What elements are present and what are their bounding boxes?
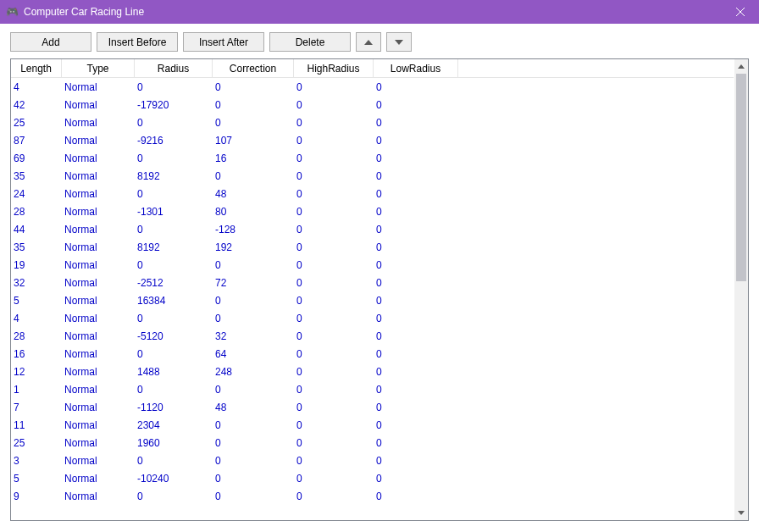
add-button[interactable]: Add: [10, 32, 91, 52]
cell-highRadius[interactable]: 0: [294, 238, 374, 256]
table-row[interactable]: 4Normal0000: [11, 309, 734, 327]
cell-highRadius[interactable]: 0: [294, 452, 374, 469]
cell-lowRadius[interactable]: 0: [374, 398, 458, 416]
table-row[interactable]: 69Normal01600: [11, 149, 734, 167]
cell-radius[interactable]: 0: [135, 149, 213, 167]
cell-correction[interactable]: 32: [213, 327, 294, 345]
cell-highRadius[interactable]: 0: [294, 469, 374, 487]
cell-radius[interactable]: 1960: [135, 434, 213, 452]
data-grid[interactable]: Length Type Radius Correction HighRadius…: [10, 58, 749, 521]
cell-lowRadius[interactable]: 0: [374, 327, 458, 345]
cell-correction[interactable]: 0: [213, 469, 294, 487]
move-down-button[interactable]: [386, 32, 412, 52]
cell-radius[interactable]: 0: [135, 345, 213, 363]
cell-lowRadius[interactable]: 0: [374, 78, 458, 96]
cell-highRadius[interactable]: 0: [294, 185, 374, 202]
cell-lowRadius[interactable]: 0: [374, 167, 458, 185]
cell-correction[interactable]: 0: [213, 96, 294, 114]
cell-correction[interactable]: 16: [213, 149, 294, 167]
cell-highRadius[interactable]: 0: [294, 398, 374, 416]
cell-correction[interactable]: 0: [213, 78, 294, 96]
cell-highRadius[interactable]: 0: [294, 220, 374, 238]
cell-radius[interactable]: 16384: [135, 291, 213, 309]
cell-lowRadius[interactable]: 0: [374, 452, 458, 469]
cell-radius[interactable]: -5120: [135, 327, 213, 345]
cell-length[interactable]: 1: [11, 380, 62, 398]
cell-length[interactable]: 87: [11, 131, 62, 149]
cell-radius[interactable]: 0: [135, 185, 213, 202]
table-row[interactable]: 5Normal-10240000: [11, 469, 734, 487]
scroll-track[interactable]: [734, 74, 748, 506]
cell-lowRadius[interactable]: 0: [374, 220, 458, 238]
cell-highRadius[interactable]: 0: [294, 96, 374, 114]
cell-radius[interactable]: 8192: [135, 167, 213, 185]
cell-highRadius[interactable]: 0: [294, 327, 374, 345]
cell-correction[interactable]: 48: [213, 398, 294, 416]
cell-type[interactable]: Normal: [62, 380, 135, 398]
cell-radius[interactable]: -9216: [135, 131, 213, 149]
cell-type[interactable]: Normal: [62, 78, 135, 96]
vertical-scrollbar[interactable]: [734, 59, 748, 520]
cell-highRadius[interactable]: 0: [294, 416, 374, 434]
cell-type[interactable]: Normal: [62, 363, 135, 380]
table-row[interactable]: 35Normal8192000: [11, 167, 734, 185]
table-row[interactable]: 44Normal0-12800: [11, 220, 734, 238]
cell-highRadius[interactable]: 0: [294, 309, 374, 327]
cell-radius[interactable]: 0: [135, 452, 213, 469]
cell-correction[interactable]: 0: [213, 434, 294, 452]
cell-correction[interactable]: 0: [213, 167, 294, 185]
cell-radius[interactable]: -17920: [135, 96, 213, 114]
table-row[interactable]: 87Normal-921610700: [11, 131, 734, 149]
cell-correction[interactable]: 0: [213, 256, 294, 274]
cell-highRadius[interactable]: 0: [294, 131, 374, 149]
cell-length[interactable]: 35: [11, 238, 62, 256]
cell-length[interactable]: 24: [11, 185, 62, 202]
cell-highRadius[interactable]: 0: [294, 167, 374, 185]
cell-lowRadius[interactable]: 0: [374, 131, 458, 149]
cell-type[interactable]: Normal: [62, 398, 135, 416]
cell-correction[interactable]: 192: [213, 238, 294, 256]
cell-type[interactable]: Normal: [62, 327, 135, 345]
cell-type[interactable]: Normal: [62, 434, 135, 452]
cell-lowRadius[interactable]: 0: [374, 363, 458, 380]
cell-type[interactable]: Normal: [62, 416, 135, 434]
cell-lowRadius[interactable]: 0: [374, 238, 458, 256]
scroll-down-arrow[interactable]: [734, 506, 748, 520]
cell-lowRadius[interactable]: 0: [374, 149, 458, 167]
cell-correction[interactable]: 64: [213, 345, 294, 363]
cell-highRadius[interactable]: 0: [294, 274, 374, 291]
cell-type[interactable]: Normal: [62, 185, 135, 202]
cell-length[interactable]: 4: [11, 309, 62, 327]
cell-lowRadius[interactable]: 0: [374, 309, 458, 327]
cell-correction[interactable]: -128: [213, 220, 294, 238]
cell-type[interactable]: Normal: [62, 238, 135, 256]
cell-lowRadius[interactable]: 0: [374, 380, 458, 398]
scroll-thumb[interactable]: [736, 74, 746, 281]
table-row[interactable]: 28Normal-13018000: [11, 202, 734, 220]
insert-before-button[interactable]: Insert Before: [97, 32, 178, 52]
cell-type[interactable]: Normal: [62, 452, 135, 469]
cell-type[interactable]: Normal: [62, 96, 135, 114]
cell-type[interactable]: Normal: [62, 131, 135, 149]
move-up-button[interactable]: [356, 32, 381, 52]
table-row[interactable]: 11Normal2304000: [11, 416, 734, 434]
table-row[interactable]: 32Normal-25127200: [11, 274, 734, 291]
table-row[interactable]: 3Normal0000: [11, 452, 734, 469]
cell-radius[interactable]: 0: [135, 78, 213, 96]
cell-radius[interactable]: 1488: [135, 363, 213, 380]
cell-length[interactable]: 12: [11, 363, 62, 380]
table-row[interactable]: 25Normal1960000: [11, 434, 734, 452]
cell-lowRadius[interactable]: 0: [374, 434, 458, 452]
cell-length[interactable]: 32: [11, 274, 62, 291]
cell-type[interactable]: Normal: [62, 149, 135, 167]
scroll-up-arrow[interactable]: [734, 59, 748, 74]
cell-type[interactable]: Normal: [62, 202, 135, 220]
cell-radius[interactable]: 2304: [135, 416, 213, 434]
cell-correction[interactable]: 0: [213, 487, 294, 505]
cell-radius[interactable]: 0: [135, 309, 213, 327]
column-header-type[interactable]: Type: [62, 59, 135, 78]
cell-length[interactable]: 42: [11, 96, 62, 114]
cell-highRadius[interactable]: 0: [294, 291, 374, 309]
titlebar[interactable]: 🎮 Computer Car Racing Line: [0, 0, 759, 24]
cell-correction[interactable]: 107: [213, 131, 294, 149]
